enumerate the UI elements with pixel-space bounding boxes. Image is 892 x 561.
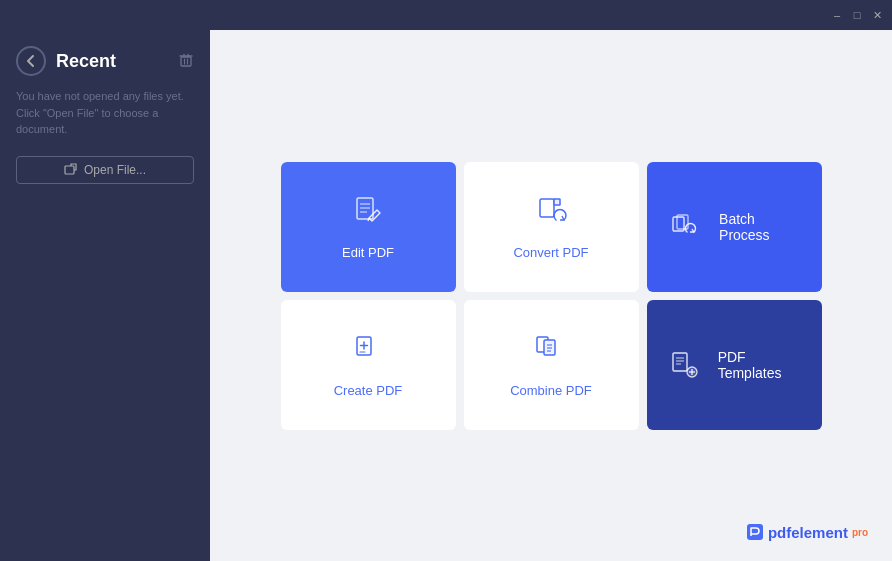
minimize-button[interactable]: – [830, 8, 844, 22]
pdfelement-logo-icon [746, 523, 764, 541]
convert-pdf-icon [531, 193, 571, 233]
combine-pdf-label: Combine PDF [510, 383, 592, 398]
close-button[interactable]: ✕ [870, 8, 884, 22]
branding: pdfelementpro [746, 523, 868, 541]
edit-pdf-card[interactable]: Edit PDF [281, 162, 456, 292]
recent-title: Recent [56, 51, 178, 72]
sidebar: Recent You have not opened any files yet… [0, 30, 210, 561]
delete-icon[interactable] [178, 52, 194, 71]
create-pdf-label: Create PDF [334, 383, 403, 398]
cards-grid: Edit PDF Convert PDF [281, 162, 822, 430]
open-file-icon [64, 163, 78, 177]
svg-rect-0 [181, 57, 191, 66]
combine-pdf-icon [531, 331, 571, 371]
edit-pdf-label: Edit PDF [342, 245, 394, 260]
create-pdf-card[interactable]: Create PDF [281, 300, 456, 430]
edit-pdf-icon [348, 193, 388, 233]
branding-text: pdfelement [768, 524, 848, 541]
batch-process-icon [667, 207, 704, 247]
branding-pro: pro [852, 527, 868, 538]
sidebar-header: Recent [16, 46, 194, 76]
batch-process-label: Batch Process [719, 211, 801, 243]
app-body: Recent You have not opened any files yet… [0, 30, 892, 561]
back-button[interactable] [16, 46, 46, 76]
svg-rect-6 [65, 166, 74, 174]
open-file-button[interactable]: Open File... [16, 156, 194, 184]
window-controls: – □ ✕ [830, 8, 884, 22]
title-bar: – □ ✕ [0, 0, 892, 30]
convert-pdf-label: Convert PDF [513, 245, 588, 260]
maximize-button[interactable]: □ [850, 8, 864, 22]
convert-pdf-card[interactable]: Convert PDF [464, 162, 639, 292]
svg-rect-12 [540, 199, 554, 217]
svg-rect-32 [747, 524, 763, 540]
pdf-templates-icon [667, 345, 702, 385]
batch-process-card[interactable]: Batch Process [647, 162, 822, 292]
combine-pdf-card[interactable]: Combine PDF [464, 300, 639, 430]
sidebar-empty-text: You have not opened any files yet. Click… [16, 88, 194, 138]
svg-rect-13 [554, 199, 560, 205]
create-pdf-icon [348, 331, 388, 371]
pdf-templates-card[interactable]: PDF Templates [647, 300, 822, 430]
pdf-templates-label: PDF Templates [718, 349, 802, 381]
main-content: Edit PDF Convert PDF [210, 30, 892, 561]
back-icon [24, 54, 38, 68]
svg-rect-16 [673, 353, 687, 371]
right-buttons: Batch Process [647, 162, 822, 430]
